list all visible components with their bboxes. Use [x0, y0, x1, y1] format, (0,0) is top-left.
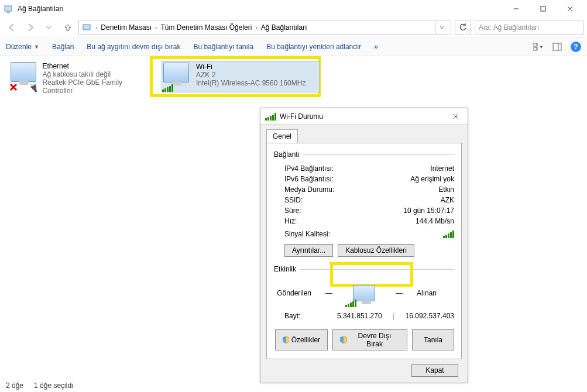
shield-icon: [283, 336, 289, 343]
disable-button[interactable]: Devre Dışı Bırak: [332, 329, 407, 350]
value-received-bytes: 16.092.537.403: [406, 312, 454, 320]
help-button[interactable]: ?: [571, 42, 581, 52]
window-title: Ağ Bağlantıları: [18, 5, 503, 13]
tab-pane-general: Bağlantı IPv4 Bağlantısı:Internet IPv6 B…: [266, 143, 462, 359]
ethernet-icon: 🔌: [11, 62, 37, 90]
button-label: Devre Dışı Bırak: [349, 332, 400, 348]
svg-rect-0: [5, 6, 12, 11]
connection-name: Ethernet: [42, 62, 151, 70]
network-folder-icon: [4, 4, 14, 14]
label-received: Alınan: [417, 289, 452, 297]
error-x-icon: [8, 82, 19, 92]
back-button[interactable]: [4, 20, 19, 35]
connection-adapter: Intel(R) Wireless-AC 9560 160MHz: [196, 79, 305, 87]
chevron-right-icon[interactable]: ›: [255, 25, 257, 31]
connection-item-ethernet[interactable]: 🔌 Ethernet Ağ kablosu takılı değil Realt…: [9, 61, 152, 96]
network-folder-icon: [83, 23, 92, 32]
chevron-down-icon: ▼: [34, 44, 39, 50]
breadcrumb-item[interactable]: Ağ Bağlantıları: [261, 23, 307, 32]
value-ipv6: Ağ erişimi yok: [410, 175, 454, 183]
activity-icon: [346, 281, 382, 305]
wireless-properties-button[interactable]: Kablosuz Özellikleri: [338, 244, 414, 257]
svg-rect-3: [541, 6, 545, 11]
wifi-icon: [163, 63, 191, 91]
tab-general[interactable]: Genel: [266, 129, 298, 143]
signal-bars-icon: [162, 84, 173, 92]
toolbar-label: Düzenle: [6, 43, 32, 51]
connect-button[interactable]: Bağlan: [52, 43, 74, 51]
cable-icon: 🔌: [28, 81, 40, 93]
value-ipv4: Internet: [430, 164, 454, 173]
close-button[interactable]: [557, 0, 583, 18]
dialog-tabs: Genel: [266, 129, 462, 143]
preview-pane-button[interactable]: [552, 42, 562, 52]
value-ssid: AZK: [441, 196, 454, 204]
details-button[interactable]: Ayrıntılar...: [284, 244, 333, 257]
refresh-button[interactable]: [455, 20, 471, 35]
signal-quality-icon: [443, 230, 454, 238]
chevron-right-icon[interactable]: ›: [155, 25, 157, 31]
breadcrumb-label: Denetim Masası: [101, 23, 152, 32]
wifi-status-dialog: Wi-Fi Durumu Genel Bağlantı IPv4 Bağlant…: [260, 108, 468, 383]
svg-rect-9: [534, 47, 537, 50]
recent-locations-button[interactable]: [41, 20, 56, 35]
address-history-button[interactable]: [435, 20, 447, 35]
breadcrumb-label: Ağ Bağlantıları: [261, 23, 307, 32]
rename-button[interactable]: Bu bağlantıyı yeniden adlandır: [266, 43, 361, 51]
connection-status: Ağ kablosu takılı değil: [42, 70, 151, 78]
value-sent-bytes: 5.341.851.270: [337, 312, 382, 320]
svg-rect-6: [83, 25, 90, 30]
connection-item-wifi[interactable]: Wi-Fi AZK 2 Intel(R) Wireless-AC 9560 16…: [162, 61, 320, 92]
value-speed: 144,4 Mb/sn: [416, 217, 454, 225]
organize-menu[interactable]: Düzenle ▼: [6, 43, 39, 51]
label-signal-quality: Sinyal Kalitesi:: [284, 230, 443, 238]
svg-rect-11: [553, 43, 561, 50]
breadcrumb-label: Tüm Denetim Masası Öğeleri: [160, 23, 252, 32]
label-media: Medya Durumu:: [284, 185, 438, 194]
button-label: Özellikler: [291, 336, 320, 344]
view-options-button[interactable]: ▼: [533, 42, 544, 52]
dialog-title-bar[interactable]: Wi-Fi Durumu: [260, 108, 468, 125]
label-duration: Süre:: [284, 207, 403, 215]
label-bytes: Bayt:: [284, 312, 337, 320]
breadcrumb-item[interactable]: Denetim Masası: [101, 23, 152, 32]
properties-button[interactable]: Özellikler: [275, 329, 328, 350]
maximize-button[interactable]: [530, 0, 557, 18]
status-bar: 2 öğe 1 öğe seçildi: [0, 379, 587, 392]
label-sent: Gönderilen: [276, 289, 311, 297]
group-title-activity: Etkinlik: [274, 265, 296, 273]
search-placeholder: Ara: Ağ Bağlantıları: [479, 23, 539, 32]
value-duration: 10 gün 15:07:17: [403, 207, 454, 215]
up-button[interactable]: [60, 20, 75, 35]
svg-rect-1: [6, 12, 10, 13]
diagnose-button-2[interactable]: Tanıla: [412, 329, 454, 350]
search-input[interactable]: Ara: Ağ Bağlantıları: [475, 20, 583, 35]
minimize-button[interactable]: [503, 0, 530, 18]
connection-name: Wi-Fi: [196, 63, 305, 71]
window-controls: [503, 0, 583, 18]
chevron-down-icon: ▼: [539, 44, 544, 50]
forward-button[interactable]: [22, 20, 37, 35]
dash-icon: —: [325, 289, 332, 297]
label-ipv4: IPv4 Bağlantısı:: [284, 164, 430, 173]
svg-rect-7: [534, 43, 537, 46]
group-title-connection: Bağlantı: [274, 150, 300, 159]
address-bar-row: › Denetim Masası › Tüm Denetim Masası Öğ…: [0, 18, 587, 37]
status-selected-count: 1 öğe seçildi: [34, 381, 73, 390]
dialog-close-button[interactable]: [449, 111, 463, 122]
address-bar[interactable]: › Denetim Masası › Tüm Denetim Masası Öğ…: [78, 20, 451, 35]
command-toolbar: Düzenle ▼ Bağlan Bu ağ aygıtını devre dı…: [0, 37, 587, 56]
disable-device-button[interactable]: Bu ağ aygıtını devre dışı bırak: [87, 43, 180, 51]
chevron-right-icon[interactable]: ›: [95, 25, 97, 31]
label-ssid: SSID:: [284, 196, 441, 204]
close-button-2[interactable]: Kapat: [411, 364, 458, 377]
shield-icon: [340, 336, 347, 343]
connection-status: AZK 2: [196, 71, 305, 79]
breadcrumb-item[interactable]: Tüm Denetim Masası Öğeleri: [160, 23, 252, 32]
value-media: Etkin: [438, 185, 454, 194]
more-commands-button[interactable]: »: [374, 43, 378, 51]
label-speed: Hız:: [284, 217, 416, 225]
dialog-title: Wi-Fi Durumu: [280, 112, 445, 121]
label-ipv6: IPv6 Bağlantısı:: [284, 175, 410, 183]
diagnose-button[interactable]: Bu bağlantıyı tanıla: [193, 43, 253, 51]
